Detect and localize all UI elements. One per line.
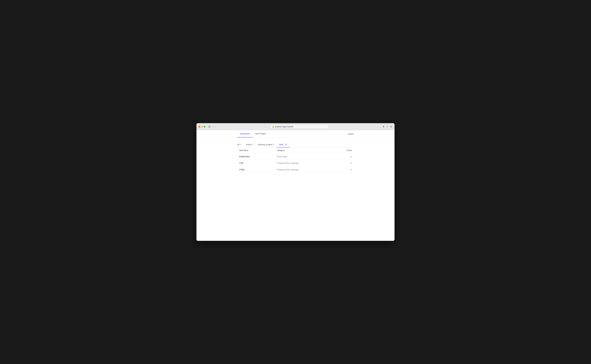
table-row: HTML Programming Language 1 xyxy=(237,166,354,173)
page-content: Dashboard New Project Logout All 6 Activ… xyxy=(196,130,395,241)
table-header: Skill Name Category Count xyxy=(237,148,354,153)
category-css: Programming Language xyxy=(277,162,314,164)
main-content: All 6 Active 3 Missing content 6 Skills … xyxy=(196,138,395,177)
header-category: Category xyxy=(277,149,314,151)
maximize-button[interactable] xyxy=(204,126,206,128)
nav-arrows: ‹ › xyxy=(212,125,217,128)
forward-button[interactable]: › xyxy=(215,125,217,128)
filter-badge-missing-content: 6 xyxy=(273,143,274,146)
filter-tab-active[interactable]: Active 3 xyxy=(244,142,256,148)
browser-actions: ⬆ + ⧉ xyxy=(382,125,392,128)
category-kubernetes: Technology xyxy=(277,155,314,158)
traffic-lights xyxy=(199,126,206,128)
skill-name-css: CSS xyxy=(239,162,277,164)
lock-icon: 🔒 xyxy=(272,126,274,128)
filter-tab-missing-content[interactable]: Missing content 6 xyxy=(256,142,276,148)
new-tab-button[interactable]: + xyxy=(386,125,389,128)
url-text: projects.hagn.network xyxy=(275,125,293,128)
skill-name-kubernetes: Kubernetes xyxy=(239,155,277,158)
count-kubernetes: 1 xyxy=(314,155,352,158)
filter-badge-skills: 3 xyxy=(285,143,287,146)
tab-new-project[interactable]: New Project xyxy=(253,130,269,137)
header-count: Count xyxy=(314,149,352,151)
filter-tab-all[interactable]: All 6 xyxy=(237,142,244,148)
table-row: CSS Programming Language 1 xyxy=(237,160,354,166)
share-button[interactable]: ⬆ xyxy=(382,125,385,128)
back-button[interactable]: ‹ xyxy=(212,125,214,128)
address-bar-container: 🔒 projects.hagn.network xyxy=(218,125,380,129)
address-bar[interactable]: 🔒 projects.hagn.network xyxy=(270,125,328,129)
category-html: Programming Language xyxy=(277,169,314,171)
filter-badge-active: 3 xyxy=(252,143,253,146)
nav-tabs: Dashboard New Project xyxy=(237,130,269,137)
filter-label-all: All xyxy=(237,143,240,146)
browser-chrome: ‹ › 🔒 projects.hagn.network ⬆ + ⧉ xyxy=(196,123,395,130)
skill-name-html: HTML xyxy=(239,169,277,171)
filter-badge-all: 6 xyxy=(240,143,241,146)
browser-window: ‹ › 🔒 projects.hagn.network ⬆ + ⧉ Dashbo… xyxy=(196,123,395,241)
count-html: 1 xyxy=(314,169,352,171)
count-css: 1 xyxy=(314,162,352,164)
tab-dashboard[interactable]: Dashboard xyxy=(237,130,253,137)
tabs-overview-button[interactable]: ⧉ xyxy=(390,125,392,128)
filter-label-skills: Skills xyxy=(279,143,284,146)
header-skill-name: Skill Name xyxy=(239,149,277,151)
top-nav: Dashboard New Project Logout xyxy=(196,130,395,138)
close-button[interactable] xyxy=(199,126,200,128)
minimize-button[interactable] xyxy=(201,126,203,128)
sidebar-toggle-button[interactable] xyxy=(208,126,211,128)
filter-tabs: All 6 Active 3 Missing content 6 Skills … xyxy=(237,142,354,148)
filter-tab-skills[interactable]: Skills 3 xyxy=(276,142,290,148)
filter-label-active: Active xyxy=(246,143,252,146)
filter-label-missing-content: Missing content xyxy=(258,143,272,146)
table-row: Kubernetes Technology 1 xyxy=(237,153,354,160)
logout-button[interactable]: Logout xyxy=(347,130,354,137)
